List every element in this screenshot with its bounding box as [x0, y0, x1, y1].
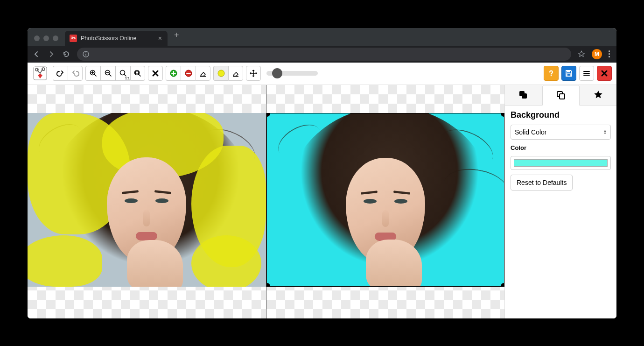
select-chevron-icon: ▲▼ [603, 129, 607, 135]
source-pane[interactable] [28, 85, 266, 318]
browser-menu-icon[interactable] [609, 50, 610, 57]
color-picker[interactable] [511, 156, 611, 170]
zoom-fit-button[interactable] [130, 66, 145, 81]
browser-window: ✂ PhotoScissors Online × + M [28, 28, 616, 318]
zoom-actual-label: 1:1 [125, 77, 130, 80]
close-button[interactable] [597, 66, 612, 81]
svg-point-14 [551, 75, 552, 77]
bookmark-star-icon[interactable] [578, 50, 585, 58]
site-info-icon[interactable] [83, 51, 89, 57]
panel-heading: Background [511, 110, 611, 120]
hair-eraser-button[interactable] [228, 66, 243, 81]
canvas-split [28, 85, 504, 318]
eraser-button[interactable] [196, 66, 210, 81]
profile-avatar[interactable]: M [592, 49, 602, 59]
save-button[interactable] [561, 66, 576, 81]
svg-rect-10 [136, 71, 139, 74]
reset-defaults-button[interactable]: Reset to Defaults [511, 175, 573, 191]
browser-addressbar: M [28, 46, 616, 63]
menu-button[interactable] [579, 66, 594, 81]
tab-favorites[interactable] [580, 85, 616, 105]
zoom-in-button[interactable] [85, 66, 100, 81]
svg-rect-2 [85, 52, 86, 53]
color-swatch [514, 159, 608, 167]
svg-rect-1 [85, 54, 86, 56]
new-tab-button[interactable]: + [168, 30, 186, 43]
zoom-out-button[interactable] [100, 66, 115, 81]
app-toolbar: 1:1 [28, 63, 616, 85]
favicon-icon: ✂ [70, 35, 77, 42]
svg-rect-18 [522, 93, 527, 99]
tab-background[interactable] [542, 85, 580, 106]
pan-button[interactable] [246, 66, 261, 81]
background-mode-select[interactable]: Solid Color ▲▼ [511, 125, 611, 140]
sidebar: Background Solid Color ▲▼ Color Reset to… [504, 85, 616, 318]
traffic-max-icon[interactable] [53, 35, 58, 41]
sidebar-tabs [505, 85, 616, 106]
tab-title: PhotoScissors Online [81, 35, 154, 42]
redo-button[interactable] [68, 66, 83, 81]
tab-foreground[interactable] [505, 85, 542, 105]
nav-forward-icon[interactable] [47, 50, 56, 58]
svg-point-13 [218, 70, 224, 77]
sidebar-panel: Background Solid Color ▲▼ Color Reset to… [505, 106, 616, 195]
nav-reload-icon[interactable] [62, 50, 70, 58]
svg-rect-20 [560, 94, 565, 99]
browser-tabbar: ✂ PhotoScissors Online × + [28, 28, 616, 46]
slider-thumb[interactable] [272, 68, 282, 78]
result-image [266, 113, 505, 287]
clear-marks-button[interactable] [148, 66, 163, 81]
window-controls[interactable] [31, 35, 63, 46]
svg-rect-15 [567, 71, 570, 72]
source-image [28, 113, 266, 287]
hair-marker-button[interactable] [213, 66, 228, 81]
foreground-marker-button[interactable] [166, 66, 181, 81]
tab-close-icon[interactable]: × [158, 35, 162, 42]
undo-button[interactable] [53, 66, 68, 81]
traffic-close-icon[interactable] [34, 35, 40, 41]
app-root: 1:1 [28, 63, 616, 318]
select-value: Solid Color [515, 128, 546, 136]
address-input[interactable] [77, 48, 571, 61]
nav-back-icon[interactable] [32, 50, 41, 58]
app-logo-icon [32, 65, 48, 81]
workspace: Background Solid Color ▲▼ Color Reset to… [28, 85, 616, 318]
browser-tab[interactable]: ✂ PhotoScissors Online × [65, 31, 168, 46]
traffic-min-icon[interactable] [43, 35, 49, 41]
background-marker-button[interactable] [181, 66, 196, 81]
help-button[interactable] [544, 66, 559, 81]
color-label: Color [511, 144, 611, 151]
result-pane[interactable] [266, 85, 505, 318]
zoom-actual-button[interactable]: 1:1 [115, 66, 130, 81]
brush-size-slider[interactable] [266, 71, 318, 76]
